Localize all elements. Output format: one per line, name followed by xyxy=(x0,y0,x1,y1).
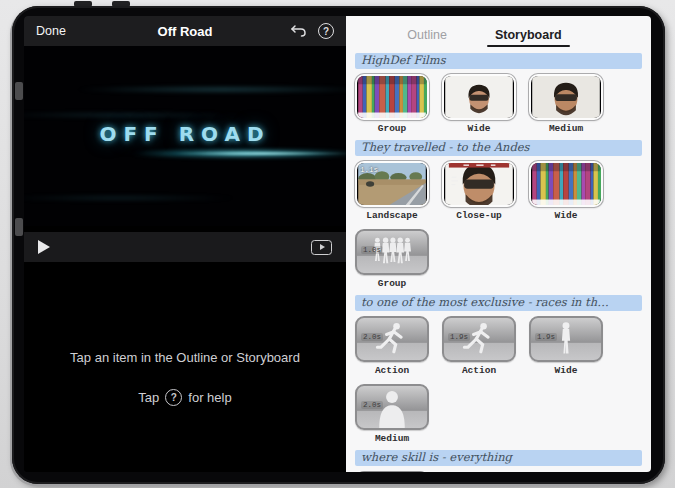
tab-outline[interactable]: Outline xyxy=(405,26,449,46)
clip-label: Wide xyxy=(468,123,491,134)
clip-label: Medium xyxy=(549,123,583,134)
storyboard-sections[interactable]: HighDef Films Group Wide MediumThey trav… xyxy=(346,48,651,472)
clip-row: Group Wide Medium xyxy=(355,74,642,134)
ipad-device-frame: Done Off Road ? xyxy=(12,6,665,484)
duration-badge: 1.9s xyxy=(448,333,470,341)
market-thumbnail[interactable] xyxy=(355,74,429,120)
duration-badge: 1.0s xyxy=(361,246,383,254)
group-placeholder-thumbnail[interactable]: 1.0s xyxy=(355,229,429,275)
clip-label: Action xyxy=(462,365,496,376)
clip-label: Group xyxy=(378,123,407,134)
storyboard-clip[interactable]: 1.1sLandscape xyxy=(355,161,429,221)
storyboard-clip[interactable]: 2.0sAction xyxy=(355,316,429,376)
light-streak xyxy=(24,112,244,118)
clip-label: Wide xyxy=(555,210,578,221)
storyboard-section: where skill is - everything xyxy=(355,450,642,472)
done-button[interactable]: Done xyxy=(36,24,66,38)
storyboard-clip[interactable]: Medium xyxy=(529,74,603,134)
storyboard-clip[interactable] xyxy=(355,471,429,472)
app-screen: Done Off Road ? xyxy=(24,16,651,472)
duration-badge: 2.0s xyxy=(361,333,383,341)
duration-badge: 2.0s xyxy=(361,401,383,409)
empty-state-line2: Tap ? for help xyxy=(138,389,231,406)
clip-label: Landscape xyxy=(366,210,417,221)
storyboard-section: to one of the most exclusive - races in … xyxy=(355,295,642,444)
runner-placeholder-thumbnail[interactable]: 2.0s xyxy=(355,316,429,362)
empty-state: Tap an item in the Outline or Storyboard… xyxy=(24,262,346,472)
tap-prefix: Tap xyxy=(138,390,159,405)
light-streak xyxy=(174,152,346,155)
face-wide-thumbnail[interactable] xyxy=(442,74,516,120)
clip-label: Close-up xyxy=(456,210,502,221)
torso-placeholder-thumbnail[interactable]: 2.0s xyxy=(355,384,429,430)
play-icon[interactable] xyxy=(38,240,50,254)
duration-badge: 1.1s xyxy=(360,166,378,174)
undo-icon[interactable] xyxy=(290,24,307,38)
page-background: Done Off Road ? xyxy=(0,0,675,488)
face-medium-thumbnail[interactable] xyxy=(529,74,603,120)
section-title[interactable]: HighDef Films xyxy=(355,53,642,69)
section-title[interactable]: They travelled - to the Andes xyxy=(355,140,642,156)
playback-bar xyxy=(24,232,346,262)
tab-storyboard[interactable]: Storyboard xyxy=(493,26,564,46)
clip-label: Wide xyxy=(555,365,578,376)
storyboard-clip[interactable]: Group xyxy=(355,74,429,134)
section-title[interactable]: to one of the most exclusive - races in … xyxy=(355,295,642,311)
storyboard-clip[interactable]: 1.0sGroup xyxy=(355,229,429,289)
device-side-detail xyxy=(15,82,23,100)
blank-placeholder-thumbnail[interactable] xyxy=(355,471,429,472)
storyboard-section: They travelled - to the Andes 1.1sLandsc… xyxy=(355,140,642,289)
active-tab-underline xyxy=(487,45,570,48)
tap-suffix: for help xyxy=(188,390,231,405)
clip-label: Group xyxy=(378,278,407,289)
toolbar: Done Off Road ? xyxy=(24,16,346,46)
light-streak xyxy=(24,195,237,201)
pip-icon[interactable] xyxy=(311,240,332,255)
runner-placeholder-thumbnail[interactable]: 1.9s xyxy=(442,316,516,362)
clip-row: 2.0sAction 1.9sAction 1.9sWide 2.0sMediu… xyxy=(355,316,642,444)
section-title[interactable]: where skill is - everything xyxy=(355,450,642,466)
light-streak xyxy=(74,86,346,93)
storyboard-clip[interactable]: 1.9sAction xyxy=(442,316,516,376)
face-closeup-thumbnail[interactable] xyxy=(442,161,516,207)
duration-badge: 1.9s xyxy=(535,333,557,341)
storyboard-clip[interactable]: 1.9sWide xyxy=(529,316,603,376)
device-side-detail xyxy=(15,218,23,236)
storyboard-clip[interactable]: Wide xyxy=(442,74,516,134)
empty-state-line1: Tap an item in the Outline or Storyboard xyxy=(70,350,300,365)
movie-title-text: OFF ROAD xyxy=(24,122,346,146)
clip-label: Medium xyxy=(375,433,409,444)
storyboard-clip[interactable]: Close-up xyxy=(442,161,516,221)
storyboard-section: HighDef Films Group Wide Medium xyxy=(355,53,642,134)
clip-label: Action xyxy=(375,365,409,376)
video-preview[interactable]: OFF ROAD xyxy=(24,46,346,226)
person-placeholder-thumbnail[interactable]: 1.9s xyxy=(529,316,603,362)
landscape-thumbnail[interactable]: 1.1s xyxy=(355,161,429,207)
clip-row: 1.1sLandscape Close-up Wide 1.0sGroup xyxy=(355,161,642,289)
storyboard-clip[interactable]: 2.0sMedium xyxy=(355,384,429,444)
tab-bar: Outline Storyboard xyxy=(346,16,651,48)
storyboard-panel: Outline Storyboard HighDef Films Group W… xyxy=(346,16,651,472)
market-thumbnail[interactable] xyxy=(529,161,603,207)
help-icon[interactable]: ? xyxy=(318,23,334,39)
viewer-pane: Done Off Road ? xyxy=(24,16,346,472)
storyboard-clip[interactable]: Wide xyxy=(529,161,603,221)
help-icon: ? xyxy=(165,389,182,406)
clip-row xyxy=(355,471,642,472)
